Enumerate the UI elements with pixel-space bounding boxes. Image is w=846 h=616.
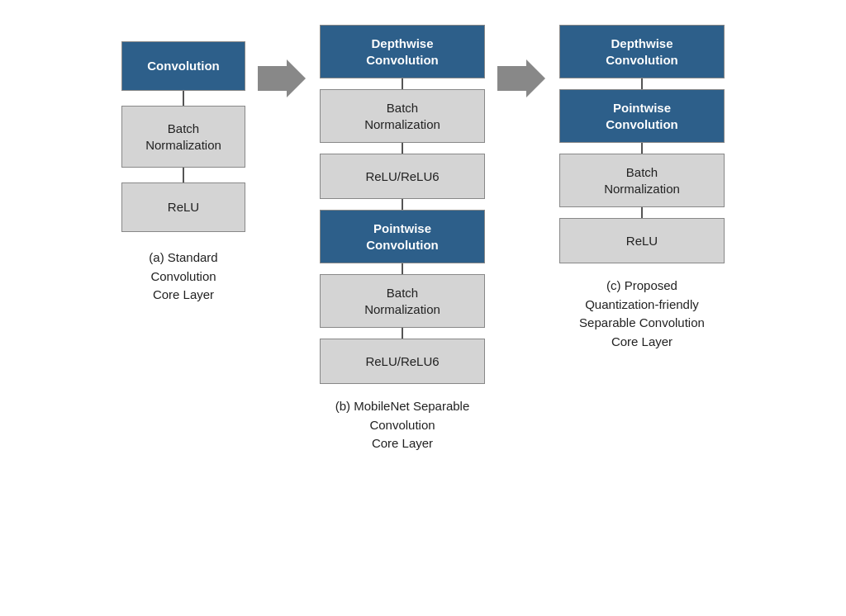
block-a-convolution: Convolution <box>121 41 245 91</box>
arrow-1 <box>254 58 311 99</box>
connector-c-2 <box>641 143 643 154</box>
caption-b: (b) MobileNet Separable ConvolutionCore … <box>311 397 493 453</box>
arrow-2 <box>493 58 551 99</box>
connector-b-1 <box>402 78 403 89</box>
main-diagram: Convolution BatchNormalization ReLU (a) … <box>0 0 846 616</box>
block-c-pointwise-conv: PointwiseConvolution <box>559 89 725 143</box>
block-b-batch-norm-1: BatchNormalization <box>320 89 485 143</box>
block-b-relu-2: ReLU/ReLU6 <box>320 339 485 384</box>
connector-a-2 <box>183 168 184 182</box>
column-c: DepthwiseConvolution PointwiseConvolutio… <box>551 25 733 351</box>
connector-c-3 <box>641 207 643 218</box>
connector-a-1 <box>183 91 184 106</box>
block-b-batch-norm-2: BatchNormalization <box>320 274 485 328</box>
connector-b-4 <box>402 263 403 274</box>
block-c-batch-norm: BatchNormalization <box>559 154 725 207</box>
connector-b-2 <box>402 143 403 154</box>
block-c-depthwise-conv: DepthwiseConvolution <box>559 25 725 78</box>
caption-a: (a) StandardConvolutionCore Layer <box>149 249 217 305</box>
connector-b-3 <box>402 199 403 210</box>
svg-marker-0 <box>258 59 306 97</box>
connector-b-5 <box>402 328 403 339</box>
block-a-batch-norm: BatchNormalization <box>121 106 245 168</box>
block-c-relu: ReLU <box>559 218 725 263</box>
block-a-relu: ReLU <box>121 182 245 232</box>
block-b-relu-1: ReLU/ReLU6 <box>320 154 485 199</box>
column-b: DepthwiseConvolution BatchNormalization … <box>311 25 493 453</box>
arrow-1-icon <box>258 58 307 99</box>
column-a: Convolution BatchNormalization ReLU (a) … <box>113 41 254 305</box>
connector-c-1 <box>641 78 643 89</box>
caption-c: (c) ProposedQuantization-friendlySeparab… <box>579 277 705 351</box>
svg-marker-1 <box>497 59 545 97</box>
block-b-pointwise-conv: PointwiseConvolution <box>320 210 485 263</box>
arrow-2-icon <box>497 58 547 99</box>
block-b-depthwise-conv: DepthwiseConvolution <box>320 25 485 78</box>
